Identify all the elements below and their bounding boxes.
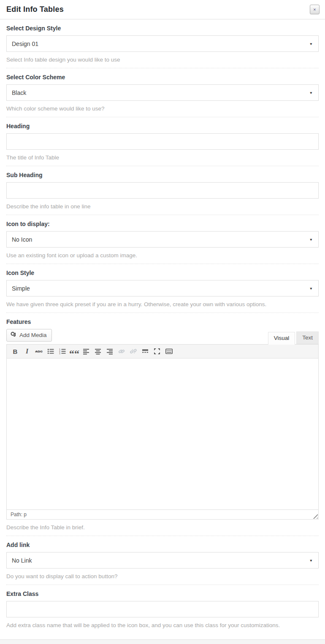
align-left-icon[interactable] (80, 346, 92, 357)
align-center-icon[interactable] (92, 346, 104, 357)
align-right-icon[interactable] (104, 346, 116, 357)
icon-style-select-wrap: Simple ▼ (6, 280, 319, 296)
extra-class-help: Add extra class name that will be applie… (6, 622, 319, 628)
add-media-button[interactable]: Add Media (6, 329, 52, 342)
field-add-link: Add link No Link ▼ Do you want to displa… (6, 536, 319, 585)
color-scheme-select-wrap: Black ▼ (6, 84, 319, 101)
add-link-select[interactable]: No Link (7, 552, 318, 568)
add-media-label: Add Media (19, 332, 47, 338)
numbered-list-icon[interactable]: 1 2 3 (57, 346, 68, 357)
features-label: Features (6, 318, 319, 325)
design-style-label: Select Design Style (6, 25, 319, 32)
italic-icon[interactable]: I (21, 346, 33, 357)
color-scheme-help: Which color scheme would like to use? (6, 105, 319, 112)
design-style-help: Select Info table design you would like … (6, 57, 319, 63)
editor-frame: B I ABC (6, 344, 319, 520)
extra-class-input[interactable] (6, 601, 319, 617)
blockquote-icon[interactable]: ““ (68, 346, 80, 357)
modal-title: Edit Info Tables (6, 5, 64, 14)
icon-to-display-help: Use an existing font icon or upload a cu… (6, 252, 319, 259)
editor-path-label: Path: p (11, 512, 27, 517)
close-icon[interactable]: × (310, 5, 320, 14)
add-link-select-wrap: No Link ▼ (6, 552, 319, 569)
modal-body: Select Design Style Design 01 ▼ Select I… (0, 19, 325, 633)
toolbar-toggle-icon[interactable] (163, 346, 175, 357)
more-tag-icon[interactable] (139, 346, 151, 357)
modal-footer: Save Cancel (0, 639, 325, 644)
media-icon (11, 331, 17, 339)
sub-heading-input[interactable] (6, 182, 319, 199)
features-help: Describe the Info Table in brief. (6, 524, 319, 531)
strikethrough-icon[interactable]: ABC (33, 346, 45, 357)
editor-top-bar: Add Media Visual Text (6, 329, 319, 344)
sub-heading-help: Describe the info table in one line (6, 203, 319, 210)
icon-style-select[interactable]: Simple (7, 280, 318, 296)
field-features: Features Add Media Visual (6, 313, 319, 536)
heading-help: The title of Info Table (6, 154, 319, 161)
modal-header: Edit Info Tables × (0, 0, 325, 19)
tab-visual[interactable]: Visual (268, 332, 295, 345)
heading-input[interactable] (6, 133, 319, 150)
icon-style-help: We have given three quick preset if you … (6, 301, 319, 307)
editor-content-area[interactable] (7, 358, 318, 509)
field-design-style: Select Design Style Design 01 ▼ Select I… (6, 19, 319, 68)
editor-statusbar: Path: p (7, 509, 318, 519)
field-heading: Heading The title of Info Table (6, 117, 319, 166)
add-link-label: Add link (6, 542, 319, 548)
icon-to-display-select[interactable]: No Icon (7, 232, 318, 247)
icon-style-label: Icon Style (6, 269, 319, 276)
fullscreen-icon[interactable] (151, 346, 163, 357)
svg-text:3: 3 (59, 352, 60, 355)
field-sub-heading: Sub Heading Describe the info table in o… (6, 166, 319, 215)
extra-class-label: Extra Class (6, 590, 319, 597)
edit-info-tables-modal: Edit Info Tables × Select Design Style D… (0, 0, 325, 644)
sub-heading-label: Sub Heading (6, 172, 319, 178)
link-icon[interactable] (116, 346, 127, 357)
color-scheme-select[interactable]: Black (7, 85, 318, 100)
editor-toolbar: B I ABC (7, 345, 318, 358)
field-icon-to-display: Icon to display: No Icon ▼ Use an existi… (6, 215, 319, 264)
add-link-help: Do you want to display call to action bu… (6, 573, 319, 579)
icon-to-display-select-wrap: No Icon ▼ (6, 231, 319, 248)
color-scheme-label: Select Color Scheme (6, 74, 319, 81)
bold-icon[interactable]: B (9, 346, 21, 357)
tab-text[interactable]: Text (296, 331, 319, 344)
field-icon-style: Icon Style Simple ▼ We have given three … (6, 264, 319, 313)
unlink-icon[interactable] (127, 346, 139, 357)
design-style-select-wrap: Design 01 ▼ (6, 35, 319, 52)
heading-label: Heading (6, 123, 319, 129)
editor-tabs: Visual Text (268, 331, 319, 344)
design-style-select[interactable]: Design 01 (7, 36, 318, 51)
field-extra-class: Extra Class Add extra class name that wi… (6, 585, 319, 633)
icon-to-display-label: Icon to display: (6, 221, 319, 227)
bullet-list-icon[interactable] (45, 346, 57, 357)
resize-handle[interactable] (312, 513, 318, 519)
field-color-scheme: Select Color Scheme Black ▼ Which color … (6, 68, 319, 117)
